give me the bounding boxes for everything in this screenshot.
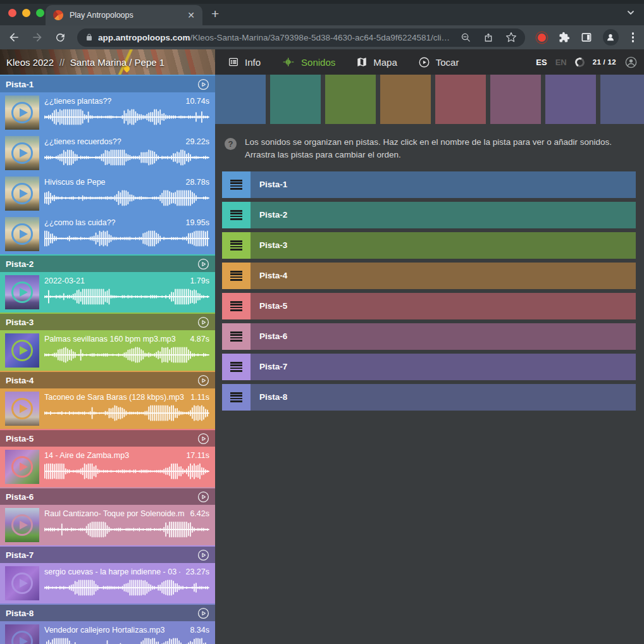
tab-search-chevron-icon[interactable] [626,8,635,17]
clip-play-icon[interactable] [11,183,33,204]
clip-waveform[interactable] [44,636,209,644]
minimize-window-button[interactable] [22,9,30,17]
side-panel-icon[interactable] [581,32,592,43]
track-header[interactable]: Pista-8 [0,604,215,621]
audio-clip[interactable]: sergio cuevas - la harpe indienne - 03 -… [0,563,215,604]
forward-icon[interactable] [31,31,44,44]
track-play-icon[interactable] [197,549,209,561]
track-play-icon[interactable] [197,433,209,445]
track-header[interactable]: Pista-5 [0,429,215,447]
close-window-button[interactable] [8,9,16,17]
track-row-label[interactable]: Pista-6 [251,331,287,341]
clip-play-icon[interactable] [11,456,33,478]
track-header[interactable]: Pista-4 [0,371,215,388]
track-play-icon[interactable] [197,607,209,619]
audio-clip[interactable]: ¿¿como las cuida??19.95s [0,214,215,254]
drag-handle[interactable] [222,323,251,350]
drag-handle[interactable] [222,202,251,228]
back-icon[interactable] [8,31,20,44]
clip-waveform[interactable] [44,404,209,423]
nav-item-tocar[interactable]: Tocar [418,56,459,68]
clip-waveform[interactable] [44,229,209,248]
browser-tab[interactable]: Play Antropoloops ✕ [46,5,202,25]
track-row[interactable]: Pista-8 [222,384,636,411]
drag-handle[interactable] [222,263,251,289]
clip-waveform[interactable] [44,345,209,364]
track-row[interactable]: Pista-2 [222,202,636,228]
clip-thumbnail[interactable] [5,508,39,542]
track-header[interactable]: Pista-2 [0,254,215,272]
clip-thumbnail[interactable] [5,275,39,309]
lang-toggle-en[interactable]: EN [555,58,567,67]
track-row[interactable]: Pista-7 [222,354,636,380]
clip-thumbnail[interactable] [5,136,39,170]
nav-item-mapa[interactable]: Mapa [356,56,397,68]
browser-profile-avatar[interactable] [603,29,619,46]
tab-close-icon[interactable]: ✕ [187,10,195,20]
clip-play-icon[interactable] [11,340,33,361]
nav-item-info[interactable]: Info [228,56,261,68]
clip-play-icon[interactable] [11,631,33,644]
maximize-window-button[interactable] [36,9,44,17]
drag-handle[interactable] [222,354,251,380]
clip-thumbnail[interactable] [5,217,39,251]
clip-play-icon[interactable] [11,282,33,303]
nav-item-sonidos[interactable]: Sonidos [282,56,335,68]
track-row-label[interactable]: Pista-7 [251,362,287,371]
zoom-page-icon[interactable] [461,32,471,43]
url-text[interactable]: app.antropoloops.com/Kleos-Santa-Marina/… [98,33,455,42]
clip-play-icon[interactable] [11,398,33,419]
clip-waveform[interactable] [44,148,209,167]
drag-handle[interactable] [222,384,251,411]
track-row[interactable]: Pista-6 [222,323,636,350]
audio-clip[interactable]: Taconeo de Sara Baras (128 kbps).mp31.11… [0,388,215,429]
track-header[interactable]: Pista-3 [0,313,215,330]
clip-thumbnail[interactable] [5,566,39,600]
audio-clip[interactable]: Raul Cantizano- Toque por Solenoide.mp36… [0,505,215,545]
audio-clip[interactable]: 2022-03-211.79s [0,272,215,313]
reload-icon[interactable] [54,32,66,44]
audio-clip[interactable]: Palmas sevillanas 160 bpm mp3.mp34.87s [0,330,215,371]
track-header[interactable]: Pista-7 [0,545,215,563]
clip-thumbnail[interactable] [5,392,39,426]
track-play-icon[interactable] [197,491,209,503]
lang-toggle-es[interactable]: ES [536,58,547,67]
track-row-label[interactable]: Pista-4 [251,271,287,280]
track-row-label[interactable]: Pista-1 [251,180,287,189]
clip-thumbnail[interactable] [5,450,39,484]
url-bar[interactable]: app.antropoloops.com/Kleos-Santa-Marina/… [77,28,525,47]
clip-thumbnail[interactable] [5,176,39,211]
clip-play-icon[interactable] [11,514,33,536]
track-play-icon[interactable] [197,258,209,270]
track-play-icon[interactable] [197,375,209,387]
track-play-icon[interactable] [197,78,209,90]
clip-thumbnail[interactable] [5,624,39,644]
clip-waveform[interactable] [44,287,209,306]
track-row-label[interactable]: Pista-5 [251,301,287,311]
browser-menu-icon[interactable] [629,32,637,42]
audio-clip[interactable]: Hiviscus de Pepe28.78s [0,173,215,214]
track-row[interactable]: Pista-3 [222,232,636,259]
audio-clip[interactable]: ¿¿tienes plantas??10.74s [0,92,215,133]
drag-handle[interactable] [222,171,251,198]
clip-thumbnail[interactable] [5,333,39,368]
breadcrumb-project[interactable]: Kleos 2022 [6,57,54,68]
clip-thumbnail[interactable] [5,96,39,130]
share-icon[interactable] [483,32,493,43]
track-row[interactable]: Pista-5 [222,293,636,319]
clip-waveform[interactable] [44,108,209,127]
lock-icon[interactable] [85,33,93,42]
record-extension-icon[interactable] [538,34,545,42]
account-icon[interactable] [624,56,638,69]
drag-handle[interactable] [222,293,251,319]
bookmark-star-icon[interactable] [505,32,517,43]
clip-waveform[interactable] [44,189,209,207]
track-play-icon[interactable] [197,316,209,328]
clip-play-icon[interactable] [11,573,33,594]
audio-clip[interactable]: Vendedor callejero Hortalizas.mp38.34s [0,621,215,644]
track-row[interactable]: Pista-4 [222,263,636,289]
audio-clip[interactable]: ¿¿tienes recuerdos??29.22s [0,133,215,173]
track-row[interactable]: Pista-1 [222,171,636,198]
clip-waveform[interactable] [44,462,209,481]
extensions-puzzle-icon[interactable] [559,32,570,43]
